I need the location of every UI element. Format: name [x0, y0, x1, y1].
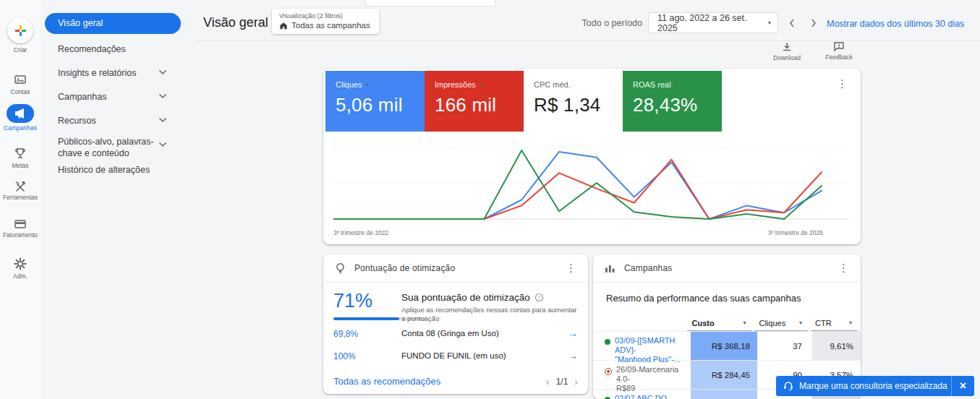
consulting-banner[interactable]: Marque uma consultoria especializada ×: [776, 376, 974, 396]
account-score: 100%: [333, 351, 356, 361]
metric-tab-cliques[interactable]: Cliques▾ 5,06 mil: [325, 71, 425, 132]
pagination-value: 1/1: [556, 377, 568, 387]
account-score: 69,8%: [333, 329, 358, 339]
all-recommendations-link[interactable]: Todas as recomendações: [333, 376, 440, 387]
caret-down-icon: ▾: [743, 319, 746, 326]
metric-strip: Cliques▾ 5,06 mil Impressões▾ 166 mil CP…: [325, 71, 722, 132]
filter-chip-value: Todas as campanhas: [291, 21, 370, 30]
accounts-icon[interactable]: [13, 72, 27, 87]
metric-tab-roas[interactable]: ROAS real▾ 28,43%: [623, 71, 722, 132]
pagination-prev-icon[interactable]: ‹: [546, 376, 550, 387]
metric-value-cpc: R$ 1,34: [534, 94, 623, 116]
rail-item-metas[interactable]: Metas: [0, 162, 41, 169]
overview-menu-kebab-icon[interactable]: ⋮: [837, 79, 848, 89]
lightbulb-icon: [335, 262, 346, 275]
download-button[interactable]: Download: [771, 42, 803, 61]
optimization-menu-kebab-icon[interactable]: ⋮: [566, 263, 576, 273]
metric-tab-impressoes[interactable]: Impressões▾ 166 mil: [425, 71, 524, 132]
metric-value-roas: 28,43%: [633, 94, 722, 116]
date-range-value: 11 ago. 2022 a 26 set. 2025: [657, 13, 768, 33]
create-label: Criar: [0, 46, 41, 53]
campaign-name-link[interactable]: 02/07 ABC DO DROP: [615, 394, 689, 399]
caret-down-icon: ▾: [675, 82, 678, 88]
pagination-next-icon[interactable]: ›: [574, 376, 578, 387]
download-label: Download: [773, 54, 801, 61]
campaign-cost-cell: R$ 256,78: [691, 390, 757, 399]
banner-close-button[interactable]: ×: [951, 376, 974, 396]
caret-down-icon: ▾: [480, 82, 482, 88]
caret-down-icon: ▾: [768, 20, 771, 26]
caret-down-icon: ▾: [366, 82, 369, 88]
nav-item-insights[interactable]: Insights e relatórios: [58, 67, 136, 79]
column-header-cliques[interactable]: Cliques▾: [754, 315, 808, 331]
feedback-icon: [834, 42, 844, 51]
x-axis-start-label: 3º trimestre de 2022: [333, 229, 388, 236]
show-last-30-days-link[interactable]: Mostrar dados dos últimos 30 dias: [827, 19, 964, 29]
view-filter-chip[interactable]: Visualização (2 filtros) Todas as campan…: [272, 9, 379, 34]
nav-item-visao-geral[interactable]: Visão geral: [45, 13, 181, 34]
billing-icon[interactable]: [13, 217, 27, 231]
metric-value-cliques: 5,06 mil: [336, 94, 425, 116]
rail-item-ferramentas[interactable]: Ferramentas: [0, 194, 41, 201]
campaigns-menu-kebab-icon[interactable]: ⋮: [838, 263, 849, 273]
nav-item-campanhas[interactable]: Campanhas: [58, 91, 106, 103]
app-rail: Criar Contas Campanhas Metas Ferramentas…: [0, 0, 41, 399]
optimization-card-title: Pontuação de otimização: [354, 263, 455, 273]
overview-chart-card: Cliques▾ 5,06 mil Impressões▾ 166 mil CP…: [323, 69, 861, 244]
download-icon: [782, 42, 792, 52]
optimization-subtext: Aplique as recomendações nessas contas p…: [401, 306, 581, 323]
arrow-right-icon[interactable]: →: [568, 327, 578, 339]
rail-item-adm[interactable]: Adm.: [0, 273, 41, 280]
campaigns-icon: [14, 108, 26, 119]
close-icon: ×: [960, 379, 966, 392]
rail-item-campanhas-label[interactable]: Campanhas: [0, 124, 41, 132]
tools-icon[interactable]: [13, 179, 27, 194]
previous-period-button[interactable]: [783, 14, 801, 33]
chevron-down-icon[interactable]: [158, 142, 167, 147]
column-header-custo[interactable]: Custo▾: [687, 315, 751, 331]
top-popup-edge: [365, 0, 495, 7]
campaigns-card-title: Campanhas: [624, 263, 673, 273]
performance-line-chart: [333, 138, 852, 228]
rail-item-faturamento[interactable]: Faturamento: [0, 231, 41, 239]
optimization-score-card: Pontuação de otimização ⋮ 71% Sua pontua…: [323, 254, 588, 394]
nav-item-publicos[interactable]: Públicos-alvo, palavras-chave e conteúdo: [58, 136, 159, 159]
campaigns-table-header: Custo▾ Cliques▾ CTR▾: [593, 315, 861, 331]
metric-tab-cpc[interactable]: CPC méd.▾ R$ 1,34: [524, 71, 623, 132]
campaign-clicks-cell: 37: [757, 332, 812, 360]
help-icon[interactable]: ?: [534, 293, 544, 302]
column-header-ctr[interactable]: CTR▾: [811, 315, 858, 331]
optimization-score: 71%: [333, 290, 372, 312]
x-axis-end-label: 3º trimestre de 2025: [768, 229, 823, 236]
admin-icon[interactable]: [13, 257, 27, 271]
next-period-button[interactable]: [804, 14, 823, 33]
account-name: FUNDO DE FUNIL (em uso): [401, 351, 506, 360]
caret-down-icon: ▾: [799, 319, 802, 326]
create-button[interactable]: [7, 17, 33, 43]
arrow-right-icon[interactable]: →: [568, 350, 578, 361]
campaign-table-row: 03/09-[[SMARTH ADV]-"Manhood Plus"-... R…: [593, 331, 861, 360]
feedback-button[interactable]: Feedback: [822, 42, 856, 61]
campaign-status-icon: [605, 339, 610, 345]
rail-item-campanhas[interactable]: [7, 104, 34, 123]
bar-chart-icon: [605, 263, 615, 274]
chevron-down-icon[interactable]: [158, 117, 167, 123]
chevron-down-icon[interactable]: [158, 69, 167, 75]
side-navigation: Visão geral Recomendações Insights e rel…: [41, 0, 194, 399]
rail-item-contas[interactable]: Contas: [0, 88, 41, 95]
chevron-right-icon: [811, 19, 817, 27]
home-icon: [279, 22, 288, 30]
campaign-cost-cell: R$ 284,45: [691, 361, 757, 389]
nav-item-recursos[interactable]: Recursos: [58, 115, 96, 126]
caret-down-icon: ▾: [849, 319, 852, 326]
optimization-account-row: 100% FUNDO DE FUNIL (em uso) →: [323, 351, 588, 372]
campaign-ctr-cell: 9,61%: [812, 332, 861, 360]
header-divider: [194, 40, 980, 41]
metric-value-impressoes: 166 mil: [435, 94, 524, 116]
nav-item-historico[interactable]: Histórico de alterações: [58, 164, 150, 176]
date-range-picker[interactable]: 11 ago. 2022 a 26 set. 2025 ▾: [648, 12, 778, 33]
page-title: Visão geral: [203, 15, 268, 30]
nav-item-recomendacoes[interactable]: Recomendações: [58, 43, 126, 55]
goals-icon[interactable]: [13, 146, 27, 160]
chevron-down-icon[interactable]: [158, 93, 167, 99]
